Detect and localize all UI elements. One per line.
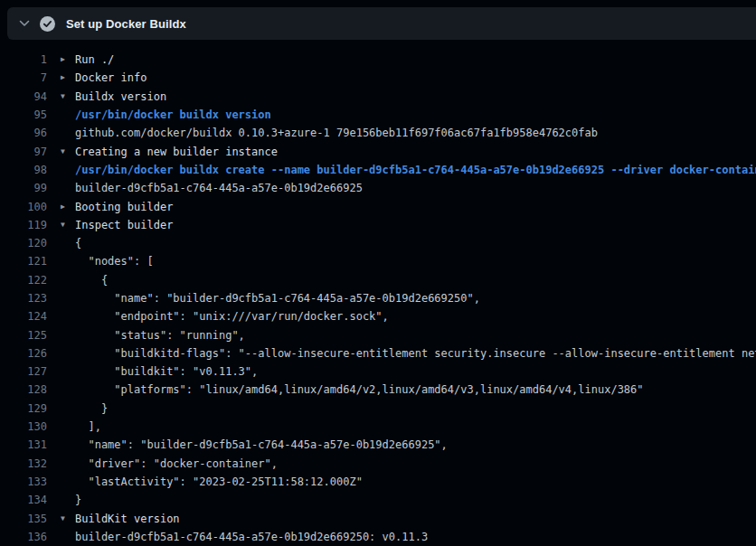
line-number[interactable]: 99 (0, 182, 47, 194)
output-line-text: "driver": "docker-container", (75, 457, 278, 470)
line-number[interactable]: 133 (0, 475, 47, 488)
output-line-text: "lastActivity": "2023-02-25T11:58:12.000… (75, 475, 363, 488)
line-number[interactable]: 124 (0, 310, 47, 323)
output-line-text: ], (75, 420, 101, 433)
group-header-label[interactable]: Run ./ (75, 53, 114, 66)
group-header-label[interactable]: Booting builder (75, 201, 173, 213)
triangle-right-icon[interactable]: ▶ (61, 74, 75, 81)
group-header-label[interactable]: Buildx version (75, 90, 166, 103)
log-group-row[interactable]: 1 ▶ Run ./ (0, 51, 756, 69)
log-line-row: 99 builder-d9cfb5a1-c764-445a-a57e-0b19d… (0, 179, 756, 197)
line-number[interactable]: 121 (0, 255, 47, 268)
line-number[interactable]: 123 (0, 292, 47, 305)
log-line-row: 124 "endpoint": "unix:///var/run/docker.… (0, 307, 756, 325)
step-title: Set up Docker Buildx (66, 17, 186, 31)
line-number[interactable]: 7 (0, 71, 47, 84)
line-number[interactable]: 97 (0, 146, 47, 158)
log-line-row: 136 builder-d9cfb5a1-c764-445a-a57e-0b19… (0, 528, 756, 546)
line-number[interactable]: 119 (0, 219, 47, 231)
triangle-down-icon[interactable]: ▼ (61, 93, 75, 100)
group-header-label[interactable]: Inspect builder (75, 219, 173, 231)
output-line-text: "buildkit": "v0.11.3", (75, 365, 258, 378)
line-number[interactable]: 95 (0, 108, 47, 121)
log-line-row: 126 "buildkitd-flags": "--allow-insecure… (0, 344, 756, 362)
output-line-text: github.com/docker/buildx 0.10.3+azure-1 … (75, 127, 598, 139)
group-header-label[interactable]: Docker info (75, 71, 146, 84)
line-number[interactable]: 94 (0, 90, 47, 103)
output-line-text: "status": "running", (75, 329, 245, 342)
log-line-row: 121 "nodes": [ (0, 252, 756, 270)
line-number[interactable]: 128 (0, 383, 47, 396)
line-number[interactable]: 127 (0, 365, 47, 378)
output-line-text: "platforms": "linux/amd64,linux/amd64/v2… (75, 383, 644, 396)
log-group-row[interactable]: 94 ▼ Buildx version (0, 88, 756, 106)
log-line-row: 133 "lastActivity": "2023-02-25T11:58:12… (0, 473, 756, 491)
log-group-row[interactable]: 119 ▼ Inspect builder (0, 216, 756, 234)
log-line-row: 128 "platforms": "linux/amd64,linux/amd6… (0, 381, 756, 399)
line-number[interactable]: 100 (0, 201, 47, 213)
triangle-down-icon[interactable]: ▼ (61, 148, 75, 155)
line-number[interactable]: 135 (0, 513, 47, 525)
line-number[interactable]: 136 (0, 531, 47, 543)
line-number[interactable]: 96 (0, 127, 47, 139)
output-line-text: builder-d9cfb5a1-c764-445a-a57e-0b19d2e6… (75, 531, 428, 543)
line-number[interactable]: 125 (0, 329, 47, 342)
log-group-row[interactable]: 100 ▶ Booting builder (0, 197, 756, 215)
line-number[interactable]: 98 (0, 164, 47, 176)
log-line-row: 96 github.com/docker/buildx 0.10.3+azure… (0, 124, 756, 142)
line-number[interactable]: 126 (0, 347, 47, 360)
output-line-text: { (75, 237, 81, 249)
command-line-text: /usr/bin/docker buildx version (75, 108, 271, 121)
command-line-text: /usr/bin/docker buildx create --name bui… (75, 164, 756, 176)
output-line-text: "name": "builder-d9cfb5a1-c764-445a-a57e… (75, 438, 448, 451)
line-number[interactable]: 1 (0, 53, 47, 66)
output-line-text: } (75, 402, 108, 415)
log-area: 1 ▶ Run ./ 7 ▶ Docker info 94 ▼ Buildx v… (0, 40, 756, 546)
triangle-right-icon[interactable]: ▶ (61, 203, 75, 211)
log-line-row: 123 "name": "builder-d9cfb5a1-c764-445a-… (0, 289, 756, 307)
log-line-row: 134 } (0, 491, 756, 509)
group-header-label[interactable]: BuildKit version (75, 513, 180, 525)
log-line-row: 125 "status": "running", (0, 325, 756, 344)
triangle-down-icon[interactable]: ▼ (61, 221, 75, 229)
output-line-text: "buildkitd-flags": "--allow-insecure-ent… (75, 347, 756, 360)
output-line-text: } (75, 494, 81, 506)
check-circle-icon (40, 16, 55, 32)
line-number[interactable]: 131 (0, 438, 47, 451)
line-number[interactable]: 130 (0, 420, 47, 433)
log-line-row: 127 "buildkit": "v0.11.3", (0, 362, 756, 381)
log-group-row[interactable]: 135 ▼ BuildKit version (0, 509, 756, 527)
output-line-text: "endpoint": "unix:///var/run/docker.sock… (75, 310, 389, 323)
line-number[interactable]: 129 (0, 402, 47, 415)
log-line-row: 131 "name": "builder-d9cfb5a1-c764-445a-… (0, 436, 756, 454)
log-line-row: 95 /usr/bin/docker buildx version (0, 106, 756, 124)
triangle-down-icon[interactable]: ▼ (61, 515, 75, 522)
output-line-text: "name": "builder-d9cfb5a1-c764-445a-a57e… (75, 292, 480, 305)
group-header-label[interactable]: Creating a new builder instance (75, 146, 278, 158)
chevron-down-icon[interactable] (18, 18, 30, 30)
log-line-row: 120 { (0, 234, 756, 252)
line-number[interactable]: 134 (0, 494, 47, 506)
log-line-row: 129 } (0, 400, 756, 418)
output-line-text: { (75, 274, 108, 287)
log-line-row: 122 { (0, 271, 756, 289)
output-line-text: "nodes": [ (75, 255, 154, 268)
line-number[interactable]: 132 (0, 457, 47, 470)
log-line-row: 130 ], (0, 418, 756, 436)
line-number[interactable]: 122 (0, 274, 47, 287)
log-line-row: 132 "driver": "docker-container", (0, 455, 756, 473)
line-number[interactable]: 120 (0, 237, 47, 249)
log-group-row[interactable]: 7 ▶ Docker info (0, 69, 756, 87)
output-line-text: builder-d9cfb5a1-c764-445a-a57e-0b19d2e6… (75, 182, 363, 194)
triangle-right-icon[interactable]: ▶ (61, 56, 75, 63)
log-line-row: 98 /usr/bin/docker buildx create --name … (0, 161, 756, 179)
step-header[interactable]: Set up Docker Buildx (7, 7, 756, 40)
log-group-row[interactable]: 97 ▼ Creating a new builder instance (0, 142, 756, 160)
